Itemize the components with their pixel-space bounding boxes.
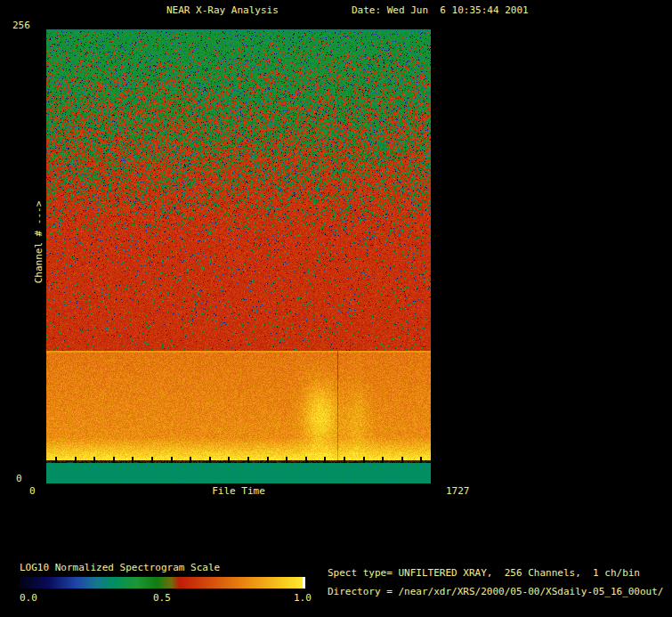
colorbar-tick-1: 1.0 (294, 592, 312, 604)
y-axis-max-label: 256 (12, 20, 30, 31)
colorbar-title: LOG10 Normalized Spectrogram Scale (20, 562, 220, 573)
spectrogram-plot (46, 29, 431, 483)
colorbar-tick-05: 0.5 (153, 592, 171, 604)
colorbar-tick-0: 0.0 (20, 592, 37, 604)
spect-type-line: Spect type= UNFILTERED XRAY, 256 Channel… (328, 567, 640, 579)
directory-line: Directory = /near/xdr/XRS/2000/05-00/XSd… (328, 586, 664, 597)
x-axis-min-label: 0 (29, 485, 36, 497)
colorbar-end-cap (303, 577, 305, 589)
colorbar-gradient (20, 577, 305, 589)
x-axis-max-label: 1727 (446, 485, 470, 497)
y-axis-title: Channel # ---> (33, 201, 45, 284)
page-title: NEAR X-Ray Analysis (166, 4, 279, 16)
x-axis-title: File Time (212, 485, 265, 497)
date-label: Date: Wed Jun 6 10:35:44 2001 (352, 4, 529, 16)
y-axis-min-label: 0 (16, 473, 22, 484)
